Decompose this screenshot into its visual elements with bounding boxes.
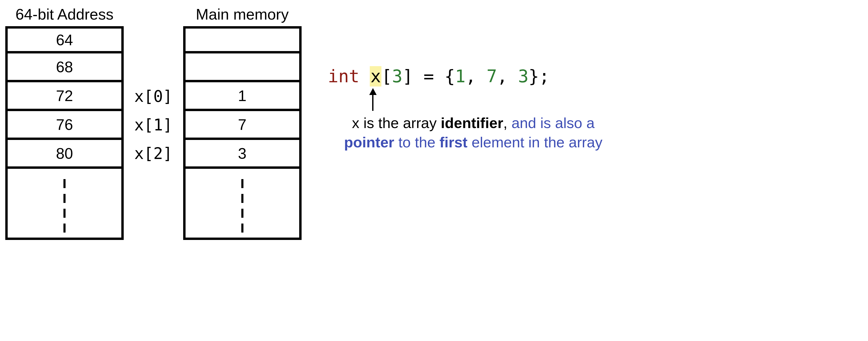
index-label: x[2] (134, 139, 173, 168)
memory-cell: 1 (186, 82, 299, 111)
memory-cell (186, 53, 299, 82)
address-cell: 64 (8, 29, 121, 53)
memory-cell-ellipsis (186, 169, 299, 237)
code-size: 3 (392, 66, 403, 86)
memory-cell (186, 29, 299, 53)
address-cell: 68 (8, 53, 121, 82)
address-title: 64-bit Address (16, 5, 114, 23)
address-table: 64 68 72 76 80 (5, 26, 124, 240)
index-label: x[0] (134, 82, 173, 111)
address-column: 64-bit Address 64 68 72 76 80 (5, 5, 124, 240)
code-variable: x (370, 66, 381, 86)
memory-cell: 7 (186, 111, 299, 140)
memory-column: Main memory 1 7 3 (183, 5, 302, 240)
address-cell: 76 (8, 111, 121, 140)
memory-title: Main memory (196, 5, 289, 23)
caption-text: x is the array identifier, and is also a… (328, 113, 619, 152)
code-value: 3 (518, 66, 529, 86)
code-type-keyword: int (328, 66, 360, 86)
memory-table: 1 7 3 (183, 26, 302, 240)
address-cell: 72 (8, 82, 121, 111)
index-label: x[1] (134, 111, 173, 139)
index-labels: x[0] x[1] x[2] (134, 29, 173, 168)
code-value: 1 (455, 66, 465, 86)
memory-cell: 3 (186, 140, 299, 169)
arrow-up-icon (368, 88, 378, 111)
code-panel: int x[3] = {1, 7, 3}; x is the array ide… (328, 66, 619, 152)
address-cell: 80 (8, 140, 121, 169)
address-cell-ellipsis (8, 169, 121, 237)
code-declaration: int x[3] = {1, 7, 3}; (328, 66, 619, 86)
code-value: 7 (487, 66, 497, 86)
